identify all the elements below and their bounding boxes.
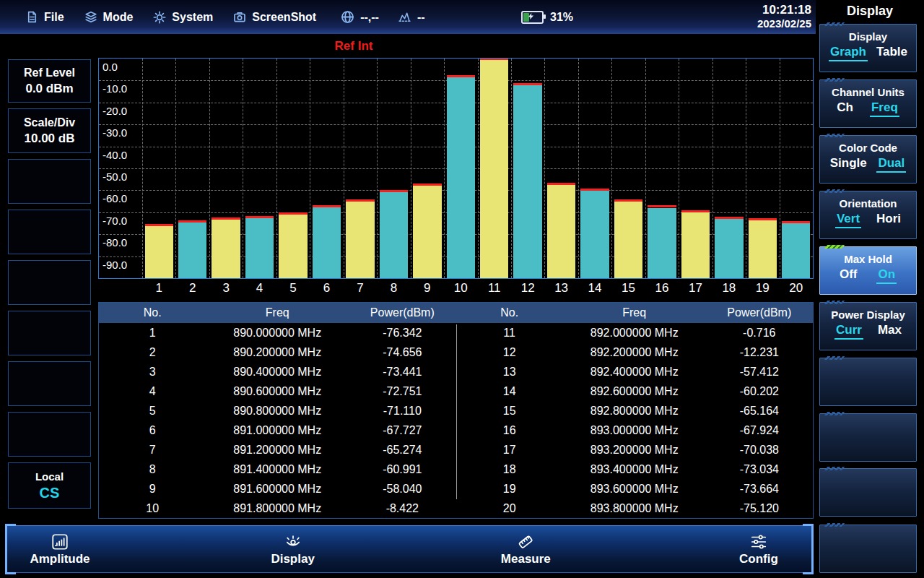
option-dual[interactable]: Dual <box>876 156 906 173</box>
table-cell-freq: 890.800000 MHz <box>206 405 349 418</box>
x-tick-label: 8 <box>391 281 397 296</box>
softkey-options: ChFreq <box>820 100 916 117</box>
left-softkey-ref-level[interactable]: Ref Level0.0 dBm <box>8 59 91 103</box>
bottom-menu-measure[interactable]: Measure <box>491 532 560 566</box>
v-gridline <box>444 59 445 278</box>
trace-status: -- <box>398 11 425 24</box>
menu-file[interactable]: File <box>26 11 64 24</box>
table-cell-freq: 890.400000 MHz <box>206 366 349 379</box>
bar <box>580 191 609 278</box>
menu-file-label: File <box>44 11 64 24</box>
table-cell-freq: 890.600000 MHz <box>206 385 349 398</box>
x-tick-label: 17 <box>689 281 702 296</box>
table-cell-freq: 893.000000 MHz <box>563 424 706 437</box>
softkey-max-hold[interactable]: Max HoldOffOn <box>819 246 917 295</box>
corner-decor <box>824 189 845 193</box>
table-cell-freq: 892.800000 MHz <box>563 405 706 418</box>
clock: 10:21:18 2023/02/25 <box>757 2 811 31</box>
table-cell-no: 7 <box>99 444 206 457</box>
bottom-menu-amplitude[interactable]: Amplitude <box>25 532 95 566</box>
table-cell-freq: 892.400000 MHz <box>563 366 706 379</box>
option-table[interactable]: Table <box>876 45 907 61</box>
option-freq[interactable]: Freq <box>870 100 899 117</box>
globe-icon <box>341 10 354 24</box>
v-gridline <box>645 59 646 278</box>
table-cell-power: -70.038 <box>706 444 813 457</box>
y-tick-label: -70.0 <box>103 215 127 227</box>
table-cell-no: 4 <box>99 385 206 398</box>
table-cell-freq: 891.800000 MHz <box>206 502 349 515</box>
x-tick-label: 9 <box>424 281 430 296</box>
softkey-channel-units[interactable]: Channel UnitsChFreq <box>819 79 917 128</box>
bar <box>245 218 274 278</box>
softkey-display[interactable]: DisplayGraphTable <box>819 24 917 72</box>
menu-mode-label: Mode <box>103 11 134 24</box>
menu-screenshot[interactable]: ScreenShot <box>233 11 316 24</box>
y-tick-label: -60.0 <box>103 192 127 204</box>
table-row: 10891.800000 MHz-8.42220893.800000 MHz-7… <box>99 499 813 518</box>
softkey-value: 10.00 dB <box>25 131 75 146</box>
table-header-cell: Power(dBm) <box>349 306 456 319</box>
y-tick-label: -40.0 <box>103 149 127 161</box>
option-ch[interactable]: Ch <box>837 100 853 117</box>
option-off[interactable]: Off <box>840 267 858 284</box>
table-cell-freq: 892.000000 MHz <box>563 327 706 340</box>
x-tick-label: 6 <box>323 281 330 296</box>
left-softkey-scale-div[interactable]: Scale/Div10.00 dB <box>8 108 91 153</box>
option-on[interactable]: On <box>876 267 897 284</box>
y-tick-label: -90.0 <box>103 259 127 271</box>
bottom-menu-bar: Amplitude Display Measure Config <box>7 525 811 573</box>
table-cell-freq: 893.800000 MHz <box>563 502 706 515</box>
option-hori[interactable]: Hori <box>876 212 901 228</box>
y-tick-label: -30.0 <box>103 126 127 139</box>
bar <box>313 207 341 278</box>
softkey-power-display[interactable]: Power DisplayCurrMax <box>819 302 917 350</box>
v-gridline <box>712 59 713 278</box>
v-gridline <box>679 59 679 278</box>
option-single[interactable]: Single <box>830 156 867 173</box>
bar <box>547 185 575 278</box>
menu-mode[interactable]: Mode <box>84 11 134 24</box>
bar <box>346 202 374 278</box>
bar <box>212 220 240 278</box>
x-tick-label: 10 <box>454 281 468 296</box>
bar <box>715 219 743 278</box>
table-cell-no: 9 <box>99 483 206 496</box>
option-curr[interactable]: Curr <box>834 323 863 340</box>
menu-system[interactable]: System <box>153 11 213 24</box>
max-hold-cap <box>681 210 710 212</box>
table-cell-no: 14 <box>456 385 562 398</box>
max-hold-cap <box>614 199 642 202</box>
table-cell-power: -60.202 <box>706 385 813 398</box>
table-cell-power: -58.040 <box>349 483 456 496</box>
table-cell-power: -73.664 <box>706 483 813 496</box>
y-tick-label: -20.0 <box>103 105 127 117</box>
table-cell-no: 13 <box>456 366 562 379</box>
v-gridline <box>780 59 780 278</box>
softkey-orientation[interactable]: OrientationVertHori <box>819 191 917 239</box>
softkey-color-code[interactable]: Color CodeSingleDual <box>819 135 917 184</box>
option-vert[interactable]: Vert <box>835 212 861 228</box>
bar <box>145 226 173 278</box>
bottom-menu-config[interactable]: Config <box>724 532 793 566</box>
bar <box>648 208 676 279</box>
table-header-cell: No. <box>456 306 562 319</box>
softkey-options: OffOn <box>820 267 916 284</box>
menu-screenshot-label: ScreenShot <box>252 11 316 24</box>
bottom-menu-display[interactable]: Display <box>258 532 328 566</box>
left-softkey-local[interactable]: LocalCS <box>8 462 91 509</box>
x-tick-label: 2 <box>189 281 196 296</box>
table-cell-power: -67.924 <box>706 424 813 437</box>
channel-table: No.FreqPower(dBm)No.FreqPower(dBm)1890.0… <box>98 302 814 519</box>
left-softkey-empty <box>8 159 91 204</box>
gps-status: --,-- <box>341 10 379 24</box>
option-graph[interactable]: Graph <box>829 45 868 61</box>
max-hold-cap <box>715 217 743 219</box>
date-label: 2023/02/25 <box>757 17 811 31</box>
x-tick-label: 13 <box>554 281 568 296</box>
max-hold-cap <box>648 205 676 207</box>
option-max[interactable]: Max <box>878 323 902 340</box>
gear-icon <box>153 11 166 24</box>
bar <box>782 223 810 278</box>
v-gridline <box>344 59 344 278</box>
